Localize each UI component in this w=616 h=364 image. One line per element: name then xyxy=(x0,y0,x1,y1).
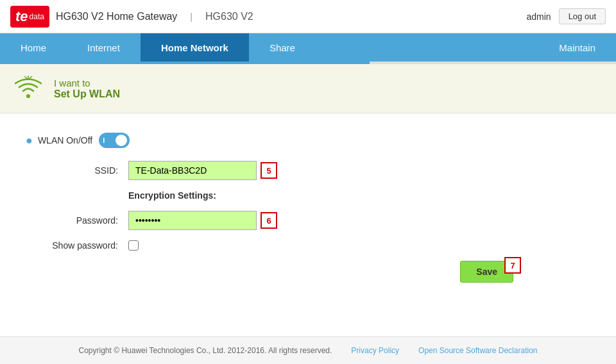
open-source-link[interactable]: Open Source Software Declaration xyxy=(418,346,537,355)
wifi-icon xyxy=(13,73,44,104)
header: te data HG630 V2 Home Gateway | HG630 V2… xyxy=(0,0,616,33)
logo-data-text: data xyxy=(30,12,44,21)
section-header: I want to Set Up WLAN xyxy=(0,64,616,113)
nav-item-maintain[interactable]: Maintain xyxy=(538,33,616,62)
logo-container: te data HG630 V2 Home Gateway | HG630 V2 xyxy=(10,6,253,28)
ssid-annotation: 5 xyxy=(261,162,277,179)
nav-item-home[interactable]: Home xyxy=(0,33,67,62)
wlan-toggle-row: ● WLAN On/Off I xyxy=(26,133,590,148)
navbar: Home Internet Home Network Share Maintai… xyxy=(0,33,616,62)
header-right: admin Log out xyxy=(526,8,606,24)
i-want-to-label: I want to xyxy=(54,78,120,88)
wlan-toggle-switch[interactable]: I xyxy=(99,133,130,148)
header-title: HG630 V2 Home Gateway xyxy=(56,11,177,22)
nav-item-home-network[interactable]: Home Network xyxy=(141,33,249,62)
nav-item-share[interactable]: Share xyxy=(249,33,316,62)
ssid-input-wrapper: 5 xyxy=(128,161,277,180)
admin-label: admin xyxy=(526,12,551,22)
svg-point-0 xyxy=(26,94,30,98)
save-annotation: 7 xyxy=(504,257,521,274)
encryption-row: Encryption Settings: xyxy=(26,190,590,201)
nav-item-internet[interactable]: Internet xyxy=(67,33,141,62)
toggle-on-text: I xyxy=(103,136,105,144)
footer-copyright: Copyright © Huawei Technologies Co., Ltd… xyxy=(79,346,332,355)
encryption-label: Encryption Settings: xyxy=(128,190,216,201)
privacy-policy-link[interactable]: Privacy Policy xyxy=(351,346,399,355)
show-password-row: Show password: xyxy=(26,240,590,251)
ssid-label: SSID: xyxy=(26,165,128,176)
password-label: Password: xyxy=(26,215,128,226)
show-password-checkbox[interactable] xyxy=(128,240,139,251)
ssid-row: SSID: 5 xyxy=(26,161,590,180)
show-password-label: Show password: xyxy=(26,240,128,251)
nav-spacer xyxy=(316,33,538,62)
wlan-toggle-label: WLAN On/Off xyxy=(38,135,92,145)
password-annotation: 6 xyxy=(261,212,277,229)
set-up-wlan-label: Set Up WLAN xyxy=(54,88,120,100)
save-row: 7 Save xyxy=(26,261,590,283)
main-content: ● WLAN On/Off I SSID: 5 Encryption Setti… xyxy=(0,113,616,338)
password-row: Password: 6 xyxy=(26,211,590,230)
header-subtitle: HG630 V2 xyxy=(205,11,253,22)
header-divider: | xyxy=(190,12,193,22)
section-header-text: I want to Set Up WLAN xyxy=(54,78,120,100)
ssid-input[interactable] xyxy=(128,161,257,180)
wlan-bullet: ● xyxy=(26,134,33,147)
logo: te data xyxy=(10,6,49,28)
password-input-wrapper: 6 xyxy=(128,211,277,230)
password-input[interactable] xyxy=(128,211,257,230)
logout-button[interactable]: Log out xyxy=(559,8,606,24)
toggle-indicator xyxy=(116,135,127,146)
footer: Copyright © Huawei Technologies Co., Ltd… xyxy=(0,336,616,364)
logo-te-text: te xyxy=(15,8,28,25)
